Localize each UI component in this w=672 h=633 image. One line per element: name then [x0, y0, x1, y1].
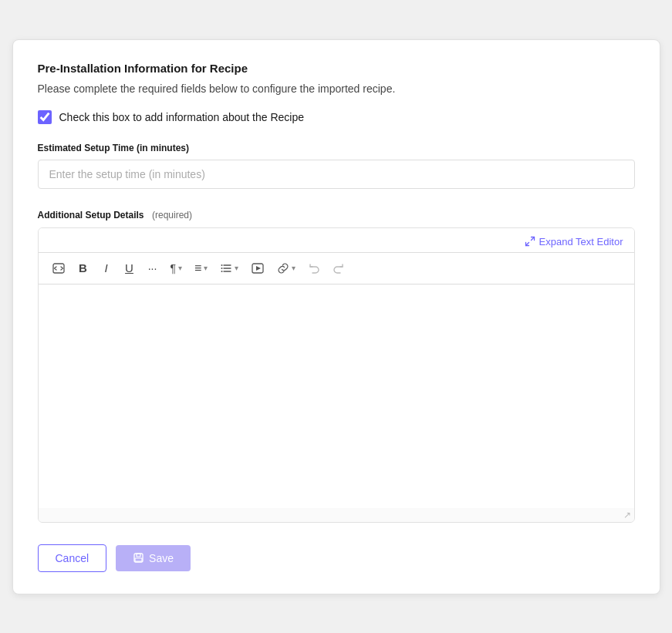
redo-icon — [333, 262, 345, 274]
list-button[interactable]: ▾ — [214, 258, 244, 279]
bold-button[interactable]: B — [73, 258, 94, 279]
svg-point-5 — [221, 268, 223, 269]
embed-icon — [251, 261, 265, 275]
redo-button[interactable] — [327, 258, 350, 279]
setup-time-input[interactable] — [38, 160, 635, 189]
cancel-button[interactable]: Cancel — [38, 544, 107, 572]
footer-buttons: Cancel Save — [38, 544, 635, 572]
modal-container: Pre-Installation Information for Recipe … — [12, 39, 660, 594]
additional-details-label: Additional Setup Details — [38, 210, 144, 221]
list-icon — [220, 262, 232, 274]
underline-button[interactable]: U — [119, 258, 140, 279]
italic-button[interactable]: I — [96, 258, 117, 279]
setup-time-label: Estimated Setup Time (in minutes) — [38, 143, 635, 153]
link-button[interactable]: ▾ — [272, 258, 301, 279]
undo-button[interactable] — [302, 258, 326, 279]
resize-icon: ↗ — [623, 510, 631, 520]
undo-icon — [308, 262, 320, 274]
recipe-info-checkbox[interactable] — [38, 110, 52, 124]
more-icon: ··· — [148, 262, 157, 274]
more-button[interactable]: ··· — [142, 258, 164, 279]
additional-details-section: Additional Setup Details (required) Expa… — [38, 207, 635, 523]
checkbox-row: Check this box to add information about … — [38, 110, 635, 124]
editor-expand-row: Expand Text Editor — [39, 228, 634, 252]
bold-icon: B — [79, 261, 87, 274]
expand-text-editor-link[interactable]: Expand Text Editor — [525, 236, 623, 247]
paragraph-icon: ¶ — [171, 262, 177, 274]
svg-rect-10 — [137, 554, 140, 557]
additional-details-label-row: Additional Setup Details (required) — [38, 207, 635, 221]
editor-toolbar: B I U ··· ¶ ▾ — [39, 252, 634, 285]
list-chevron: ▾ — [235, 264, 238, 272]
embed-button[interactable] — [245, 258, 270, 279]
italic-icon: I — [104, 261, 107, 274]
svg-point-4 — [221, 264, 223, 266]
paragraph-button[interactable]: ¶ ▾ — [165, 258, 188, 279]
align-chevron: ▾ — [204, 264, 208, 272]
code-button[interactable] — [46, 258, 71, 279]
svg-rect-11 — [135, 558, 142, 561]
save-label: Save — [149, 552, 174, 564]
svg-point-6 — [221, 271, 223, 272]
expand-text-label: Expand Text Editor — [539, 236, 623, 247]
save-button[interactable]: Save — [116, 545, 191, 571]
required-label: (required) — [152, 210, 192, 221]
modal-subtitle: Please complete the required fields belo… — [38, 82, 635, 95]
editor-resize-handle[interactable]: ↗ — [39, 508, 634, 522]
editor-outer: Expand Text Editor B — [38, 227, 635, 523]
underline-icon: U — [125, 261, 133, 274]
modal-title: Pre-Installation Information for Recipe — [38, 62, 635, 75]
svg-marker-8 — [256, 266, 261, 271]
editor-content-area[interactable] — [39, 285, 634, 508]
link-chevron: ▾ — [292, 264, 295, 272]
expand-icon — [525, 236, 535, 247]
align-icon: ≡ — [194, 261, 201, 275]
save-icon — [133, 552, 144, 564]
checkbox-label: Check this box to add information about … — [59, 111, 305, 123]
align-button[interactable]: ≡ ▾ — [189, 258, 213, 279]
paragraph-chevron: ▾ — [178, 264, 182, 272]
link-icon — [277, 262, 289, 274]
code-icon — [52, 261, 66, 275]
